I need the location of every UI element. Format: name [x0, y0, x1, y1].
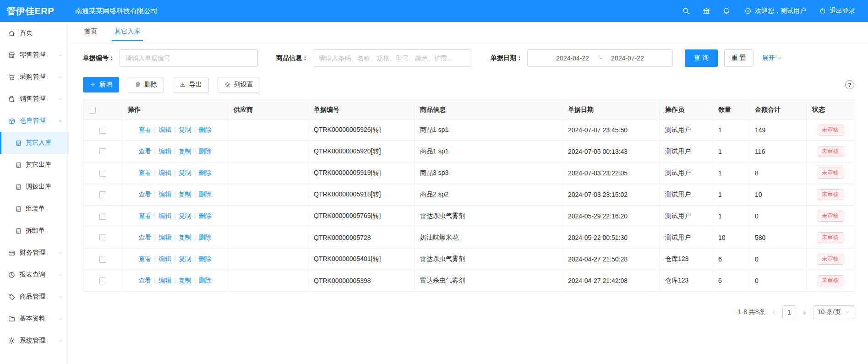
sidebar-item-label: 仓库管理 — [20, 117, 45, 125]
chevron-left-icon[interactable] — [771, 310, 777, 315]
row-action-edit[interactable]: 编辑 — [158, 277, 171, 284]
sidebar-item-home[interactable]: 首页 — [0, 22, 69, 44]
sidebar-subitem-other-inbound[interactable]: 其它入库 — [0, 132, 69, 154]
sidebar-subitem-transfer-outbound[interactable]: 调拨出库 — [0, 176, 69, 198]
action-separator: | — [194, 126, 196, 133]
help-icon[interactable]: ? — [845, 80, 854, 89]
action-separator: | — [174, 190, 176, 198]
sidebar-item-finance[interactable]: 财务管理 — [0, 242, 69, 264]
column-settings-button[interactable]: 列设置 — [218, 77, 260, 92]
row-action-copy[interactable]: 复制 — [179, 147, 191, 155]
row-action-edit[interactable]: 编辑 — [158, 234, 171, 241]
row-action-copy[interactable]: 复制 — [179, 190, 191, 198]
row-action-edit[interactable]: 编辑 — [158, 255, 171, 262]
sidebar-item-goods[interactable]: 商品管理 — [0, 286, 69, 308]
row-checkbox[interactable] — [99, 277, 106, 284]
row-action-copy[interactable]: 复制 — [179, 126, 191, 133]
cell-qty: 10 — [713, 227, 749, 249]
row-checkbox[interactable] — [99, 213, 106, 220]
chevron-right-icon[interactable] — [802, 310, 808, 315]
bank-icon[interactable] — [702, 7, 710, 15]
search-button[interactable]: 查 询 — [685, 49, 718, 67]
action-separator: | — [174, 212, 176, 219]
row-action-view[interactable]: 查看 — [139, 147, 152, 155]
sidebar-item-system[interactable]: 系统管理 — [0, 330, 69, 352]
tab-other-inbound[interactable]: 其它入库 — [106, 22, 149, 41]
cell-status: 未审核 — [807, 249, 854, 270]
sidebar-item-retail[interactable]: 零售管理 — [0, 44, 69, 66]
row-action-edit[interactable]: 编辑 — [158, 212, 171, 219]
sidebar-subitem-assembly[interactable]: 组装单 — [0, 198, 69, 220]
export-button[interactable]: 导出 — [173, 77, 209, 92]
row-actions-cell: 查看|编辑|复制|删除 — [122, 120, 228, 141]
sidebar-item-purchase[interactable]: 采购管理 — [0, 66, 69, 88]
row-checkbox[interactable] — [99, 170, 106, 177]
sidebar-item-reports[interactable]: 报表查询 — [0, 264, 69, 286]
row-action-delete[interactable]: 删除 — [198, 234, 211, 241]
cell-supplier — [228, 141, 308, 163]
status-badge: 未审核 — [818, 168, 843, 179]
row-action-view[interactable]: 查看 — [139, 126, 152, 133]
row-action-edit[interactable]: 编辑 — [158, 169, 171, 176]
row-action-view[interactable]: 查看 — [139, 190, 152, 198]
reset-button[interactable]: 重 置 — [724, 49, 753, 67]
add-button[interactable]: 新增 — [83, 77, 119, 92]
date-range-picker[interactable]: 2024-04-22 ~ 2024-07-22 — [527, 49, 673, 67]
date-start-value[interactable]: 2024-04-22 — [556, 54, 589, 62]
sidebar-item-basic[interactable]: 基本资料 — [0, 308, 69, 330]
row-action-delete[interactable]: 删除 — [198, 147, 211, 155]
logout-button[interactable]: 退出登录 — [819, 7, 855, 15]
row-action-copy[interactable]: 复制 — [179, 234, 191, 241]
sidebar-subitem-other-outbound[interactable]: 其它出库 — [0, 154, 69, 176]
row-action-view[interactable]: 查看 — [139, 212, 152, 219]
row-action-copy[interactable]: 复制 — [179, 277, 191, 284]
row-action-copy[interactable]: 复制 — [179, 169, 191, 176]
row-checkbox[interactable] — [99, 148, 106, 155]
cell-date: 2024-04-27 21:42:08 — [562, 270, 660, 292]
row-action-delete[interactable]: 删除 — [198, 190, 211, 198]
cell-status: 未审核 — [807, 184, 854, 206]
row-action-delete[interactable]: 删除 — [198, 255, 211, 262]
page-size-select[interactable]: 10 条/页 — [813, 305, 854, 319]
row-action-edit[interactable]: 编辑 — [158, 147, 171, 155]
action-separator: | — [194, 234, 196, 241]
row-action-edit[interactable]: 编辑 — [158, 126, 171, 133]
row-action-view[interactable]: 查看 — [139, 255, 152, 262]
expand-filters-link[interactable]: 展开 — [762, 54, 782, 62]
search-icon[interactable] — [682, 7, 690, 15]
row-checkbox[interactable] — [99, 191, 106, 198]
row-select-cell — [83, 120, 122, 141]
page-number[interactable]: 1 — [782, 305, 796, 319]
row-action-view[interactable]: 查看 — [139, 277, 152, 284]
row-action-edit[interactable]: 编辑 — [158, 190, 171, 198]
app-logo[interactable]: 管伊佳ERP — [0, 5, 69, 17]
row-action-delete[interactable]: 删除 — [198, 277, 211, 284]
row-action-delete[interactable]: 删除 — [198, 126, 211, 133]
welcome-user[interactable]: 欢迎您，测试用户 — [744, 7, 806, 15]
select-all-checkbox[interactable] — [89, 107, 96, 114]
row-action-view[interactable]: 查看 — [139, 169, 152, 176]
goods-info-input[interactable] — [313, 49, 472, 67]
add-button-label: 新增 — [99, 81, 112, 89]
chevron-down-icon — [58, 272, 63, 277]
row-action-copy[interactable]: 复制 — [179, 212, 191, 219]
delete-button[interactable]: 删除 — [128, 77, 164, 92]
sidebar-item-warehouse[interactable]: 仓库管理 — [0, 110, 69, 132]
date-end-value[interactable]: 2024-07-22 — [611, 54, 644, 62]
sidebar-subitem-disassembly[interactable]: 拆卸单 — [0, 220, 69, 242]
row-action-delete[interactable]: 删除 — [198, 212, 211, 219]
row-action-delete[interactable]: 删除 — [198, 169, 211, 176]
bill-no-input[interactable] — [120, 49, 258, 67]
action-separator: | — [194, 190, 196, 198]
row-checkbox[interactable] — [99, 234, 106, 241]
row-action-view[interactable]: 查看 — [139, 234, 152, 241]
bell-icon[interactable] — [722, 7, 731, 15]
sidebar-item-sales[interactable]: 销售管理 — [0, 88, 69, 110]
row-checkbox[interactable] — [99, 256, 106, 263]
tab-home[interactable]: 首页 — [76, 22, 106, 41]
row-action-copy[interactable]: 复制 — [179, 255, 191, 262]
chevron-down-icon — [58, 75, 63, 80]
row-checkbox[interactable] — [99, 127, 106, 134]
cell-amount: 0 — [749, 249, 807, 270]
cell-bill-no: QTRK00000005765[转] — [308, 206, 415, 227]
